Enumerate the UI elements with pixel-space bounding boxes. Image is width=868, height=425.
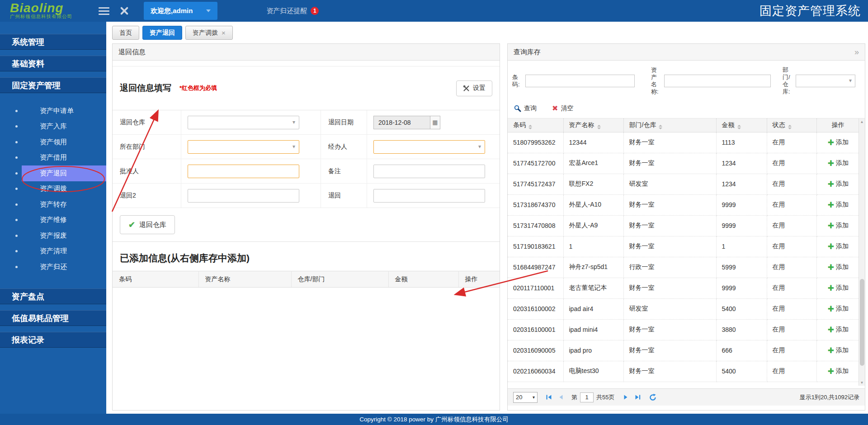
add-button[interactable]: ✚ 添加 [828, 138, 849, 147]
bullet-icon [15, 110, 18, 112]
sidebar-item[interactable]: 资产入库 [0, 119, 106, 135]
cell-action: ✚ 添加 [816, 236, 859, 257]
col-asset-name[interactable]: 资产名称 [563, 118, 623, 132]
tab-close-icon[interactable]: × [222, 29, 226, 36]
sidebar-item-label: 资产借用 [40, 153, 67, 162]
app-root: Biaoling 广州标领信息科技有限公司 欢迎您,admin 资产归还提醒 1… [0, 0, 868, 425]
barcode-filter-input[interactable] [525, 75, 635, 87]
sidebar-item[interactable]: 资产维修 [0, 212, 106, 228]
scroll-up-icon[interactable]: ▲ [859, 120, 865, 124]
cell-amount: 1 [716, 236, 767, 257]
handler-select[interactable]: ▾ [373, 140, 485, 154]
close-icon[interactable] [119, 6, 128, 15]
cell-department: 财务一室 [623, 194, 716, 215]
add-button[interactable]: ✚ 添加 [828, 263, 849, 272]
add-button[interactable]: ✚ 添加 [828, 242, 849, 251]
bullet-icon [15, 188, 18, 190]
sidebar-item[interactable]: 资产归还 [0, 259, 106, 275]
caret-icon: ▾ [478, 143, 481, 150]
col-barcode[interactable]: 条码 [508, 118, 563, 132]
calendar-icon[interactable]: ▦ [430, 116, 440, 129]
approver-input[interactable] [188, 165, 299, 178]
asset-name-filter-input[interactable] [664, 75, 771, 87]
return-to-warehouse-button[interactable]: ✔ 退回仓库 [120, 215, 175, 234]
sidebar-item[interactable]: 资产清理 [0, 244, 106, 260]
sidebar-item[interactable]: 资产报废 [0, 228, 106, 244]
return-date-field[interactable]: 2018-12-08 ▦ [373, 116, 440, 129]
cell-barcode: 517745172437 [508, 174, 563, 194]
search-button[interactable]: 查询 [514, 104, 537, 113]
sidebar-section-basedata[interactable]: 基础资料 [0, 56, 106, 71]
sort-icon [737, 125, 741, 129]
inventory-table: 条码 资产名称 部门/仓库 金额 状态 操作 518079953262 1234… [508, 118, 859, 382]
inventory-row: 020316100001 ipad mini4 财务一室 3880 在用 ✚ 添… [508, 319, 859, 340]
department-select[interactable]: ▾ [188, 140, 299, 154]
cell-barcode: 517190183621 [508, 236, 563, 257]
remark-input[interactable] [373, 165, 485, 178]
sidebar-section-consumables[interactable]: 低值易耗品管理 [0, 310, 106, 326]
logo-wordmark: Biaoling [10, 2, 96, 14]
last-page-button[interactable] [635, 394, 641, 400]
return1-input[interactable] [373, 189, 485, 203]
add-button[interactable]: ✚ 添加 [828, 179, 849, 189]
sidebar-item[interactable]: 资产借用 [0, 150, 106, 166]
collapse-chevrons-icon[interactable]: » [854, 47, 859, 57]
plus-icon: ✚ [828, 304, 834, 314]
settings-button[interactable]: 设置 [456, 80, 492, 96]
return2-input[interactable] [188, 189, 299, 203]
page-size-select[interactable]: 20 ▾ [513, 392, 538, 403]
company-logo[interactable]: Biaoling 广州标领信息科技有限公司 [0, 2, 96, 20]
cell-action: ✚ 添加 [816, 215, 859, 236]
sidebar-item[interactable]: 资产调拨 [0, 181, 106, 197]
tab-asset-transfer[interactable]: 资产调拨 × [185, 26, 233, 40]
tab-asset-return[interactable]: 资产退回 [142, 26, 182, 40]
sidebar-item[interactable]: 资产退回 [0, 165, 106, 181]
next-page-button[interactable] [623, 394, 628, 400]
add-button[interactable]: ✚ 添加 [828, 367, 849, 376]
refresh-button[interactable] [649, 394, 656, 401]
sidebar-section-stocktake[interactable]: 资产盘点 [0, 288, 106, 304]
cell-department: 财务一室 [623, 236, 716, 257]
cell-asset-name: ipad pro [563, 340, 623, 361]
page-number-input[interactable] [580, 392, 594, 402]
cell-amount: 5400 [716, 361, 767, 382]
add-button[interactable]: ✚ 添加 [828, 159, 849, 168]
scrollbar-thumb[interactable] [860, 279, 864, 366]
add-button[interactable]: ✚ 添加 [828, 221, 849, 231]
col-department[interactable]: 部门/仓库 [623, 118, 716, 132]
table-scrollbar[interactable]: ▲ ▼ [859, 118, 865, 386]
cell-asset-name: 12344 [563, 132, 623, 153]
add-button[interactable]: ✚ 添加 [828, 283, 849, 293]
user-menu-button[interactable]: 欢迎您,admin [144, 2, 217, 20]
col-amount[interactable]: 金额 [716, 118, 767, 132]
added-section-title: 已添加信息(从右侧库存中添加) [120, 252, 492, 264]
tab-home[interactable]: 首页 [112, 26, 139, 40]
sidebar-item[interactable]: 资产转存 [0, 197, 106, 212]
cell-barcode: 020117110001 [508, 278, 563, 298]
inventory-row: 020316090005 ipad pro 财务一室 666 在用 ✚ 添加 [508, 340, 859, 361]
added-table-header-row: 条码 资产名称 仓库/部门 金额 操作 [113, 271, 500, 288]
add-button[interactable]: ✚ 添加 [828, 325, 849, 335]
add-button[interactable]: ✚ 添加 [828, 346, 849, 355]
first-page-button[interactable] [546, 394, 552, 400]
cell-asset-name: ipad mini4 [563, 319, 623, 340]
pagination-bar: 20 ▾ 第 共55页 显示 [508, 388, 865, 406]
department-filter-select[interactable]: ▾ [796, 75, 855, 87]
sidebar-section-reports[interactable]: 报表记录 [0, 332, 106, 348]
total-pages-label: 共55页 [596, 393, 614, 401]
warehouse-select[interactable]: ▾ [188, 116, 299, 129]
prev-page-button[interactable] [558, 394, 564, 400]
plus-icon: ✚ [828, 138, 834, 147]
cell-barcode: 516844987247 [508, 257, 563, 278]
sidebar-section-fixed-assets[interactable]: 固定资产管理 [0, 77, 106, 93]
return-reminder-link[interactable]: 资产归还提醒 1 [266, 7, 319, 15]
sidebar-section-system[interactable]: 系统管理 [0, 34, 106, 50]
sidebar-item[interactable]: 资产申请单 [0, 103, 106, 119]
menu-toggle-icon[interactable] [99, 7, 109, 15]
add-button[interactable]: ✚ 添加 [828, 304, 849, 314]
col-status[interactable]: 状态 [767, 118, 816, 132]
sidebar-item[interactable]: 资产领用 [0, 134, 106, 150]
add-button[interactable]: ✚ 添加 [828, 200, 849, 210]
clear-button[interactable]: ✖ 清空 [552, 104, 573, 113]
scroll-down-icon[interactable]: ▼ [859, 381, 865, 385]
